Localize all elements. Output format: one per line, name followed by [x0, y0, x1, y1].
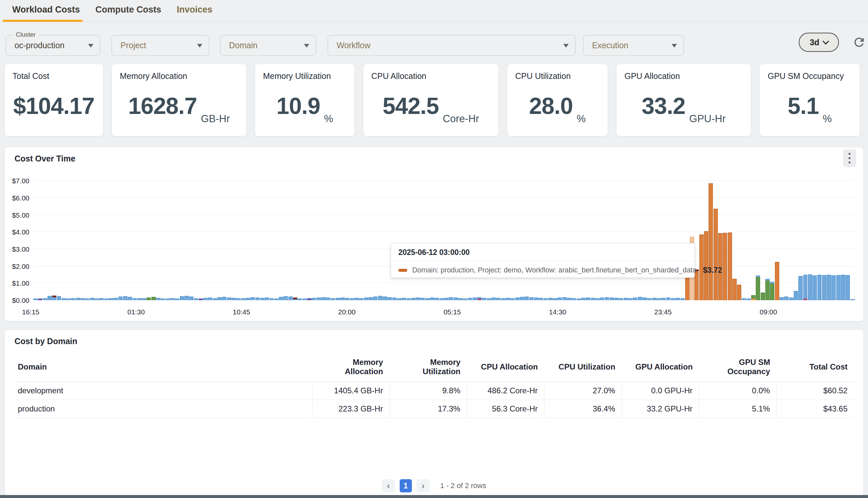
chart-bar[interactable]: [756, 275, 760, 300]
chart-bar[interactable]: [236, 298, 241, 300]
chart-bar[interactable]: [317, 298, 321, 300]
chart-bar[interactable]: [250, 297, 255, 300]
chart-bar[interactable]: [76, 298, 80, 300]
chart-bar[interactable]: [439, 298, 444, 300]
col-header-domain[interactable]: Domain: [14, 354, 312, 382]
chart-bar[interactable]: [104, 299, 109, 300]
chart-bar[interactable]: [652, 298, 656, 300]
chart-bar[interactable]: [284, 296, 288, 300]
chart-bar[interactable]: [340, 298, 344, 300]
col-header-gpu-allocation[interactable]: GPU Allocation: [622, 354, 699, 382]
chart-bar[interactable]: [600, 298, 604, 300]
chart-bar[interactable]: [199, 299, 203, 300]
chart-bar[interactable]: [841, 275, 845, 300]
chart-bar[interactable]: [822, 275, 826, 300]
chart-bar[interactable]: [525, 297, 529, 300]
chart-bar[interactable]: [298, 299, 302, 300]
chart-bar[interactable]: [732, 279, 737, 300]
chart-bar[interactable]: [444, 298, 448, 300]
chart-bar[interactable]: [851, 299, 855, 300]
chart-bar[interactable]: [836, 275, 841, 300]
chart-bar[interactable]: [779, 297, 784, 300]
table-row-production[interactable]: production 223.3 GB-Hr 17.3% 56.3 Core-H…: [14, 400, 854, 418]
chart-bar[interactable]: [770, 282, 774, 300]
chart-bar[interactable]: [303, 299, 307, 300]
chart-bar[interactable]: [241, 298, 246, 300]
chart-bar[interactable]: [742, 298, 746, 300]
chart-bar[interactable]: [487, 298, 491, 300]
chart-bar[interactable]: [676, 298, 680, 300]
chart-bar[interactable]: [402, 298, 406, 300]
col-header-gpu-sm-occupancy[interactable]: GPU SM Occupancy: [699, 354, 777, 382]
chart-bar[interactable]: [808, 274, 812, 300]
chart-bar[interactable]: [642, 298, 647, 300]
chart-bar[interactable]: [515, 298, 519, 300]
refresh-button[interactable]: [852, 35, 867, 50]
chart-bar[interactable]: [591, 298, 595, 300]
chart-bar[interactable]: [737, 285, 741, 300]
chart-bar[interactable]: [496, 298, 500, 300]
chart-bar[interactable]: [52, 296, 56, 300]
chart-bar[interactable]: [57, 296, 62, 300]
chart-bar[interactable]: [548, 298, 553, 300]
chart-bar[interactable]: [392, 298, 397, 300]
chart-bar[interactable]: [435, 298, 439, 300]
chart-bar[interactable]: [336, 298, 340, 300]
chart-bar[interactable]: [709, 183, 713, 300]
chart-bar[interactable]: [38, 299, 42, 300]
chart-bar[interactable]: [373, 297, 378, 300]
chart-bar[interactable]: [728, 233, 732, 300]
chart-bar[interactable]: [803, 275, 808, 300]
chart-bar[interactable]: [270, 298, 274, 300]
chart-bar[interactable]: [383, 297, 387, 300]
chart-bar[interactable]: [794, 291, 798, 300]
chart-bar[interactable]: [680, 298, 685, 300]
tab-invoices[interactable]: Invoices: [177, 5, 213, 15]
col-header-total-cost[interactable]: Total Cost: [776, 354, 854, 382]
chart-bar[interactable]: [817, 275, 822, 300]
chart-bar[interactable]: [128, 297, 132, 300]
chart-bar[interactable]: [147, 298, 151, 300]
chart-bar[interactable]: [751, 295, 756, 301]
chart-bar[interactable]: [798, 276, 803, 300]
chart-bar[interactable]: [397, 298, 401, 300]
chart-bar[interactable]: [482, 298, 486, 300]
chart-bar[interactable]: [468, 298, 472, 300]
chart-bar[interactable]: [279, 297, 283, 300]
chart-bar[interactable]: [293, 298, 297, 300]
chart-bar[interactable]: [477, 297, 482, 300]
chart-bar[interactable]: [614, 298, 619, 300]
chart-bar[interactable]: [747, 299, 751, 300]
chart-bar[interactable]: [647, 298, 651, 300]
chart-bar[interactable]: [458, 298, 463, 300]
chart-bar[interactable]: [411, 298, 416, 300]
chart-bar[interactable]: [232, 298, 236, 300]
chart-bar[interactable]: [553, 298, 557, 300]
chart-bar[interactable]: [189, 297, 193, 300]
table-row-development[interactable]: development 1405.4 GB-Hr 9.8% 486.2 Core…: [14, 382, 854, 400]
chart-bar[interactable]: [595, 298, 600, 300]
chart-bar[interactable]: [95, 299, 99, 300]
chart-bar[interactable]: [539, 298, 543, 300]
chart-bar[interactable]: [577, 299, 581, 300]
chart-bar[interactable]: [113, 298, 118, 300]
chart-bar[interactable]: [48, 296, 52, 300]
chart-bar[interactable]: [628, 298, 633, 300]
chart-bar[interactable]: [633, 298, 637, 300]
chart-bar[interactable]: [638, 297, 642, 300]
chart-bar[interactable]: [260, 298, 265, 300]
chart-bar[interactable]: [775, 262, 779, 300]
cluster-select[interactable]: Cluster oc-production: [5, 35, 100, 56]
chart-bar[interactable]: [85, 299, 90, 300]
col-header-memory-utilization[interactable]: Memory Utilization: [390, 354, 467, 382]
chart-bar[interactable]: [624, 298, 628, 300]
chart-bar[interactable]: [831, 275, 836, 300]
chart-bar[interactable]: [562, 297, 567, 300]
chart-bar[interactable]: [81, 298, 85, 300]
chart-bar[interactable]: [407, 298, 411, 300]
chart-bar[interactable]: [813, 275, 817, 300]
chart-bar[interactable]: [388, 297, 392, 300]
chart-bar[interactable]: [506, 298, 510, 300]
chart-bar[interactable]: [227, 298, 231, 300]
chart-bar[interactable]: [90, 298, 94, 300]
